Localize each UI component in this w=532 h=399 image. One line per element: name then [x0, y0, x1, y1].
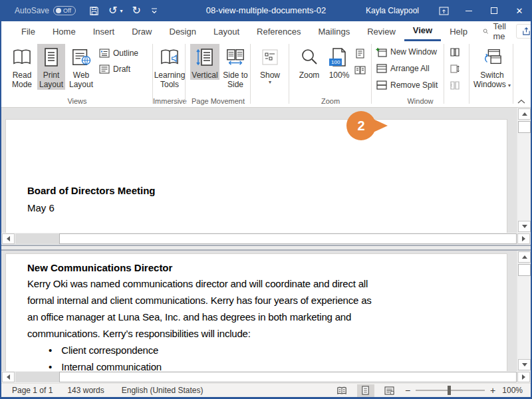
doc-heading-board-meeting[interactable]: Board of Directors Meeting	[27, 184, 507, 198]
outline-button[interactable]: Outline	[98, 47, 138, 60]
tab-view[interactable]: View	[404, 21, 441, 41]
doc-paragraph-line[interactable]: formal internal and client communication…	[27, 292, 507, 309]
zoom-slider-thumb[interactable]	[448, 386, 451, 395]
new-window-button[interactable]: New Window	[376, 45, 437, 59]
draft-button[interactable]: Draft	[98, 63, 130, 76]
zoom-label: Zoom	[299, 70, 320, 80]
title-bar: AutoSave Off ↺ ▾ ↻ 08-view-multiple-docu…	[0, 0, 532, 21]
scroll-up-button[interactable]	[518, 251, 531, 263]
page-top[interactable]: Board of Directors Meeting May 6	[5, 119, 507, 233]
page-count[interactable]: Page 1 of 1	[12, 386, 53, 395]
collapse-ribbon-button[interactable]	[517, 99, 525, 104]
step-callout: 2	[346, 111, 393, 143]
scrollbar-track[interactable]	[15, 372, 59, 382]
zoom-in-button[interactable]: +	[490, 385, 495, 396]
scroll-right-button[interactable]	[517, 233, 530, 244]
minimize-button[interactable]	[456, 0, 481, 21]
zoom-slider[interactable]: − +	[405, 385, 495, 396]
scroll-up-button[interactable]	[518, 108, 531, 120]
doc-bullet-item[interactable]: • Client correspondence	[49, 342, 507, 358]
tab-layout[interactable]: Layout	[205, 21, 248, 41]
undo-button[interactable]: ↺	[108, 5, 117, 16]
customize-qat-button[interactable]	[150, 7, 158, 15]
tab-mailings[interactable]: Mailings	[310, 21, 359, 41]
maximize-button[interactable]	[481, 0, 507, 21]
vertical-icon	[194, 46, 216, 68]
statusbar-web-layout-button[interactable]	[381, 384, 398, 397]
vertical-scrollbar-thumb[interactable]	[518, 264, 531, 276]
share-button[interactable]	[516, 24, 532, 39]
learning-tools-button[interactable]: Learning Tools	[154, 44, 185, 90]
tab-file[interactable]: File	[1, 21, 44, 41]
arrange-all-button[interactable]: Arrange All	[376, 62, 430, 75]
tab-draw[interactable]: Draw	[123, 21, 160, 41]
zoom-button[interactable]: Zoom	[295, 44, 324, 80]
scrollbar-track[interactable]	[15, 233, 59, 244]
vertical-scrollbar-thumb[interactable]	[518, 121, 531, 133]
tab-home[interactable]: Home	[44, 21, 84, 41]
scroll-left-button[interactable]	[2, 372, 15, 382]
tab-insert[interactable]: Insert	[84, 21, 124, 41]
read-mode-button[interactable]: Read Mode	[8, 44, 36, 90]
page-bottom[interactable]: New Communications Director Kerry Oki wa…	[5, 253, 507, 371]
autosave-control[interactable]: AutoSave Off	[15, 6, 76, 15]
reset-window-position-icon	[449, 80, 460, 91]
user-name[interactable]: Kayla Claypool	[366, 6, 419, 15]
doc-bullet-text[interactable]: Internal communication	[61, 358, 162, 371]
word-count[interactable]: 143 words	[67, 386, 104, 395]
autosave-toggle[interactable]: Off	[53, 6, 76, 15]
zoom-100-button[interactable]: 100 100%	[326, 44, 352, 80]
horizontal-scrollbar-top-pane[interactable]	[1, 233, 531, 245]
redo-button[interactable]: ↻	[132, 5, 140, 16]
synchronous-scrolling-icon	[449, 63, 460, 74]
learning-tools-icon	[158, 46, 181, 68]
horizontal-scrollbar-thumb[interactable]	[59, 233, 517, 244]
tell-me-box[interactable]: Tell me	[476, 21, 517, 41]
scroll-down-button[interactable]	[518, 221, 531, 232]
tab-design[interactable]: Design	[161, 21, 205, 41]
document-title: 08-view-multiple-documents-02	[206, 5, 327, 15]
view-side-by-side-button[interactable]	[449, 45, 460, 59]
side-to-side-button[interactable]: Side to Side	[221, 44, 249, 90]
doc-bullet-text[interactable]: Client correspondence	[61, 342, 158, 358]
scroll-right-button[interactable]	[517, 372, 530, 382]
synchronous-scrolling-button[interactable]	[449, 62, 460, 75]
scroll-left-button[interactable]	[2, 233, 15, 244]
tab-help[interactable]: Help	[441, 21, 476, 41]
statusbar-print-layout-button[interactable]	[357, 384, 374, 397]
close-button[interactable]: ✕	[507, 0, 532, 21]
language-indicator[interactable]: English (United States)	[122, 386, 203, 395]
vertical-button[interactable]: Vertical	[190, 44, 219, 80]
web-layout-button[interactable]: Web Layout	[66, 44, 96, 90]
ribbon-display-options-button[interactable]	[431, 0, 456, 21]
show-dropdown-button[interactable]: Show ▾	[256, 44, 284, 85]
statusbar-read-mode-button[interactable]	[333, 384, 350, 397]
switch-windows-button[interactable]: Switch Windows ▾	[473, 44, 511, 90]
scroll-down-button[interactable]	[518, 359, 531, 370]
zoom-slider-track[interactable]	[416, 390, 485, 391]
doc-line-date[interactable]: May 6	[27, 200, 507, 216]
doc-heading-communications-director[interactable]: New Communications Director	[27, 261, 507, 275]
doc-paragraph-line[interactable]: Kerry Oki was named communications direc…	[27, 275, 507, 292]
tab-review[interactable]: Review	[358, 21, 404, 41]
horizontal-scrollbar-bottom-pane[interactable]	[1, 371, 531, 383]
doc-paragraph-line[interactable]: communications. Kerry’s responsibilities…	[27, 325, 507, 342]
multiple-pages-button[interactable]	[354, 63, 366, 76]
vertical-scrollbar-bottom-pane[interactable]	[517, 251, 531, 371]
document-pane-bottom[interactable]: New Communications Director Kerry Oki wa…	[1, 251, 531, 371]
undo-dropdown-caret-icon[interactable]: ▾	[120, 8, 122, 14]
tab-references[interactable]: References	[248, 21, 309, 41]
outline-label: Outline	[113, 49, 138, 58]
document-pane-top[interactable]: Board of Directors Meeting May 6	[1, 108, 531, 233]
doc-bullet-item[interactable]: • Internal communication	[49, 358, 507, 371]
remove-split-button[interactable]: Remove Split	[376, 78, 438, 92]
window-split-bar[interactable]	[1, 245, 531, 251]
print-layout-button[interactable]: Print Layout	[37, 44, 65, 90]
save-button[interactable]	[89, 6, 99, 16]
zoom-out-button[interactable]: −	[405, 385, 410, 396]
one-page-button[interactable]	[354, 47, 366, 60]
horizontal-scrollbar-thumb[interactable]	[59, 372, 517, 382]
vertical-scrollbar-top-pane[interactable]	[517, 108, 531, 233]
doc-paragraph-line[interactable]: an office manager at Luna Sea, Inc. and …	[27, 309, 507, 325]
zoom-percentage[interactable]: 100%	[502, 386, 523, 395]
